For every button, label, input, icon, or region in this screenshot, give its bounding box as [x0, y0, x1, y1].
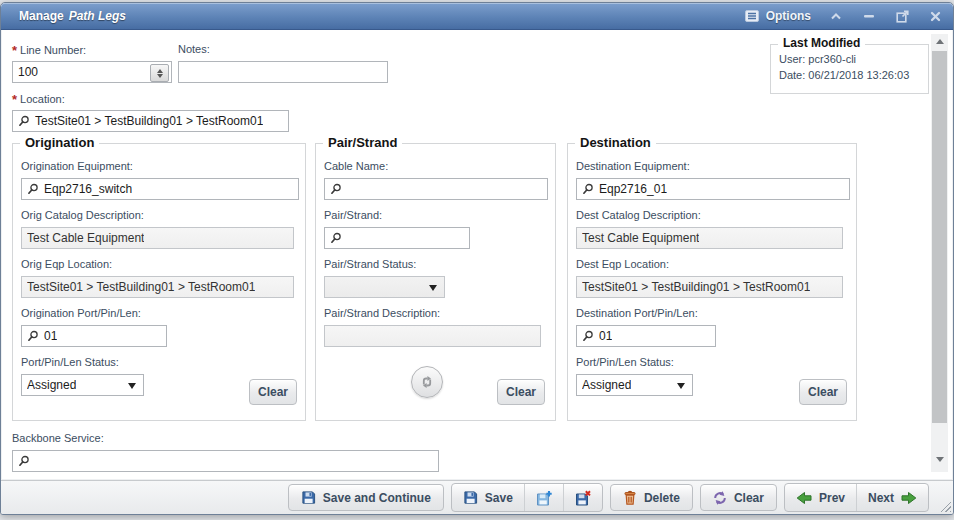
- next-button[interactable]: Next: [856, 484, 928, 511]
- floppy-plus-icon: [536, 490, 552, 506]
- form-body: *Line Number: 100 Notes: Last Modified U…: [2, 30, 952, 479]
- prev-button[interactable]: Prev: [785, 484, 856, 511]
- last-modified-user: User: pcr360-cli: [779, 53, 928, 65]
- cable-name-label: Cable Name:: [324, 160, 548, 174]
- prev-next-group: Prev Next: [784, 483, 929, 512]
- options-list-icon: [744, 8, 760, 24]
- origination-equipment-input[interactable]: Eqp2716_switch: [21, 178, 299, 200]
- save-and-close-button[interactable]: [563, 484, 602, 511]
- orig-port-status-select[interactable]: Assigned: [21, 374, 144, 396]
- origination-fieldset: Origination Origination Equipment: Eqp27…: [12, 143, 306, 421]
- dest-catalog-description-field: Test Cable Equipment: [576, 227, 843, 249]
- origination-legend: Origination: [20, 135, 99, 150]
- save-icon: [301, 490, 316, 505]
- popout-icon[interactable]: [894, 8, 910, 24]
- orig-catalog-description-label: Orig Catalog Description:: [21, 209, 294, 223]
- destination-equipment-input[interactable]: Eqp2716_01: [576, 178, 850, 200]
- clear-button[interactable]: Clear: [700, 484, 777, 511]
- save-button[interactable]: Save: [452, 484, 524, 511]
- pair-strand-fieldset: Pair/Strand Cable Name: Pair/Strand: Pai…: [315, 143, 556, 421]
- notes-label: Notes:: [178, 43, 388, 57]
- destination-clear-button[interactable]: Clear: [799, 379, 847, 405]
- search-icon: [330, 232, 342, 244]
- search-icon: [27, 183, 39, 195]
- prev-label: Prev: [819, 491, 845, 505]
- titlebar-controls: Options: [744, 8, 943, 24]
- delete-button[interactable]: Delete: [610, 484, 693, 511]
- search-icon: [18, 115, 30, 127]
- search-icon: [330, 183, 342, 195]
- dest-catalog-description-label: Dest Catalog Description:: [576, 209, 843, 223]
- orig-port-status-label: Port/Pin/Len Status:: [21, 356, 144, 370]
- pair-strand-description-field: [324, 325, 541, 347]
- scrollbar-thumb[interactable]: [932, 51, 947, 423]
- origination-clear-button[interactable]: Clear: [249, 379, 297, 405]
- close-icon[interactable]: [927, 8, 943, 24]
- clear-label: Clear: [734, 491, 764, 505]
- delete-label: Delete: [644, 491, 680, 505]
- collapse-icon[interactable]: [828, 8, 844, 24]
- pair-strand-legend: Pair/Strand: [323, 135, 402, 150]
- destination-port-label: Destination Port/Pin/Len:: [576, 307, 716, 321]
- destination-legend: Destination: [575, 135, 656, 150]
- backbone-service-input[interactable]: [12, 450, 439, 472]
- window-title-emphasis: Path Legs: [69, 9, 126, 23]
- chevron-down-icon: [677, 383, 685, 389]
- options-label: Options: [766, 9, 811, 23]
- line-number-label: *Line Number:: [12, 43, 172, 57]
- window-titlebar: ManagePath Legs Options: [1, 3, 953, 30]
- options-button[interactable]: Options: [744, 8, 811, 24]
- dest-port-status-label: Port/Pin/Len Status:: [576, 356, 693, 370]
- last-modified-legend: Last Modified: [778, 36, 865, 50]
- pair-strand-label: Pair/Strand:: [324, 209, 470, 223]
- save-button-group: Save: [451, 483, 603, 512]
- pair-strand-status-select[interactable]: [324, 276, 445, 298]
- trash-icon: [623, 490, 637, 505]
- save-and-new-button[interactable]: [524, 484, 563, 511]
- location-input[interactable]: TestSite01 > TestBuilding01 > TestRoom01: [12, 110, 289, 132]
- last-modified-date: Date: 06/21/2018 13:26:03: [779, 69, 928, 81]
- line-number-input[interactable]: 100: [12, 61, 172, 83]
- refresh-icon: [713, 491, 727, 505]
- window-title-prefix: Manage: [19, 9, 64, 23]
- manage-path-legs-window: ManagePath Legs Options: [0, 2, 954, 515]
- search-icon: [27, 330, 39, 342]
- notes-input[interactable]: [178, 61, 388, 83]
- minimize-icon[interactable]: [861, 8, 877, 24]
- swap-pair-button[interactable]: [411, 366, 443, 398]
- origination-port-input[interactable]: 01: [21, 325, 167, 347]
- scroll-down-icon[interactable]: [931, 452, 948, 467]
- last-modified-fieldset: Last Modified User: pcr360-cli Date: 06/…: [770, 44, 929, 94]
- destination-port-input[interactable]: 01: [576, 325, 716, 347]
- dest-port-status-select[interactable]: Assigned: [576, 374, 693, 396]
- orig-eqp-location-label: Orig Eqp Location:: [21, 258, 294, 272]
- dest-eqp-location-field: TestSite01 > TestBuilding01 > TestRoom01: [576, 276, 843, 298]
- pair-strand-status-label: Pair/Strand Status:: [324, 258, 445, 272]
- dest-eqp-location-label: Dest Eqp Location:: [576, 258, 843, 272]
- vertical-scrollbar[interactable]: [931, 34, 948, 472]
- search-icon: [582, 183, 594, 195]
- chevron-down-icon: [429, 285, 437, 291]
- orig-eqp-location-field: TestSite01 > TestBuilding01 > TestRoom01: [21, 276, 294, 298]
- floppy-x-icon: [575, 490, 591, 506]
- save-icon: [463, 490, 478, 505]
- line-number-spinner[interactable]: [150, 64, 169, 82]
- backbone-service-label: Backbone Service:: [12, 432, 439, 446]
- save-label: Save: [485, 491, 513, 505]
- scroll-up-icon[interactable]: [931, 34, 948, 49]
- arrow-left-icon: [796, 491, 812, 505]
- required-marker: *: [12, 43, 17, 58]
- orig-catalog-description-field: Test Cable Equipment: [21, 227, 294, 249]
- cable-name-input[interactable]: [324, 178, 548, 200]
- pair-strand-input[interactable]: [324, 227, 470, 249]
- save-and-continue-button[interactable]: Save and Continue: [288, 484, 444, 511]
- origination-equipment-label: Origination Equipment:: [21, 160, 299, 174]
- pair-strand-clear-button[interactable]: Clear: [497, 379, 545, 405]
- arrow-right-icon: [901, 491, 917, 505]
- destination-fieldset: Destination Destination Equipment: Eqp27…: [567, 143, 857, 421]
- pair-strand-description-label: Pair/Strand Description:: [324, 307, 541, 321]
- cycle-arrows-icon: [419, 374, 435, 390]
- save-and-continue-label: Save and Continue: [323, 491, 431, 505]
- search-icon: [582, 330, 594, 342]
- chevron-down-icon: [128, 383, 136, 389]
